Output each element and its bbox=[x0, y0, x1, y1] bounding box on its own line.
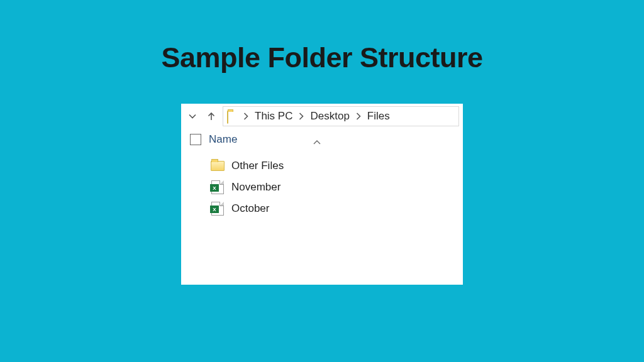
breadcrumb-bar[interactable]: This PC Desktop Files bbox=[223, 106, 459, 126]
excel-file-icon bbox=[210, 201, 225, 216]
column-header-row: Name bbox=[181, 129, 463, 150]
breadcrumb-segment[interactable]: Files bbox=[364, 109, 394, 124]
folder-icon bbox=[210, 158, 225, 173]
chevron-right-icon bbox=[297, 112, 305, 120]
excel-file-icon bbox=[210, 180, 225, 195]
sort-indicator[interactable] bbox=[313, 136, 321, 148]
chevron-down-icon bbox=[189, 112, 196, 120]
nav-up-button[interactable] bbox=[204, 109, 219, 124]
slide-title: Sample Folder Structure bbox=[0, 41, 644, 74]
chevron-up-icon bbox=[313, 140, 321, 145]
file-list: Other Files November October bbox=[181, 150, 463, 219]
item-label: Other Files bbox=[231, 160, 284, 172]
item-label: October bbox=[231, 202, 269, 215]
address-bar-row: This PC Desktop Files bbox=[181, 104, 463, 129]
select-all-checkbox[interactable] bbox=[190, 134, 201, 145]
list-item[interactable]: November bbox=[210, 177, 463, 198]
history-dropdown-button[interactable] bbox=[185, 109, 200, 124]
chevron-right-icon bbox=[242, 112, 250, 120]
arrow-up-icon bbox=[206, 111, 216, 121]
item-label: November bbox=[231, 181, 280, 194]
breadcrumb-segment[interactable]: Desktop bbox=[306, 109, 353, 124]
list-item[interactable]: Other Files bbox=[210, 155, 463, 177]
file-explorer-window: This PC Desktop Files Name Other Files bbox=[181, 104, 463, 285]
folder-icon bbox=[227, 111, 240, 121]
breadcrumb-segment[interactable]: This PC bbox=[251, 109, 296, 124]
column-header-name[interactable]: Name bbox=[209, 133, 237, 146]
chevron-right-icon bbox=[355, 112, 362, 120]
list-item[interactable]: October bbox=[210, 198, 463, 219]
